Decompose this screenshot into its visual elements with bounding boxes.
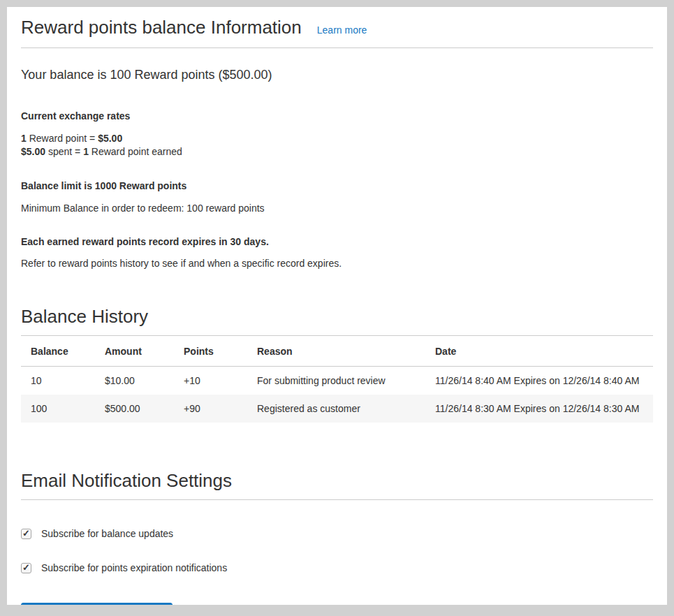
min-balance-text: Minimum Balance in order to redeem: 100 … (21, 203, 653, 214)
balance-updates-label[interactable]: Subscribe for balance updates (41, 528, 173, 539)
expiry-text: Each earned reward points record expires… (21, 236, 653, 247)
email-notification-divider (21, 499, 653, 500)
rate-points-value: 1 (83, 146, 89, 157)
points-expiration-option: Subscribe for points expiration notifica… (21, 562, 653, 573)
header-divider (21, 47, 653, 48)
rate-middle-text: spent = (45, 146, 83, 157)
exchange-rates: 1 Reward point = $5.00 $5.00 spent = 1 R… (21, 132, 653, 159)
balance-updates-checkbox[interactable] (21, 529, 31, 539)
rate-amount-value: $5.00 (98, 133, 122, 144)
cell-points: +10 (174, 367, 247, 395)
column-header-date: Date (425, 336, 653, 367)
balance-history-heading: Balance History (21, 306, 653, 328)
rate-middle-text: Reward point = (27, 133, 98, 144)
email-notification-heading: Email Notification Settings (21, 470, 653, 492)
rate-currency-to-point: $5.00 spent = 1 Reward point earned (21, 145, 653, 159)
expiry-note: Refer to reward points history to see if… (21, 258, 653, 269)
cell-amount: $10.00 (95, 367, 174, 395)
cell-points: +90 (174, 395, 247, 423)
column-header-reason: Reason (247, 336, 425, 367)
rate-point-to-currency: 1 Reward point = $5.00 (21, 132, 653, 145)
rate-amount-value: $5.00 (21, 146, 45, 157)
balance-summary: Your balance is 100 Reward points ($500.… (21, 68, 653, 82)
column-header-balance: Balance (21, 336, 95, 367)
cell-balance: 100 (21, 395, 95, 423)
cell-reason: For submitting product review (247, 367, 425, 395)
balance-updates-option: Subscribe for balance updates (21, 528, 653, 539)
rate-tail-text: Reward point earned (89, 146, 182, 157)
balance-history-section: Balance History Balance Amount Points Re… (21, 306, 653, 423)
balance-limit-text: Balance limit is 1000 Reward points (21, 180, 653, 191)
table-row: 100 $500.00 +90 Registered as customer 1… (21, 395, 653, 423)
rate-points-value: 1 (21, 133, 27, 144)
cell-amount: $500.00 (95, 395, 174, 423)
exchange-rates-heading: Current exchange rates (21, 110, 653, 122)
cell-date: 11/26/14 8:30 AM Expires on 12/26/14 8:3… (425, 395, 653, 423)
page-header: Reward points balance Information Learn … (21, 17, 653, 38)
save-subscription-settings-button[interactable]: Save Subscription Settings (21, 603, 173, 605)
cell-balance: 10 (21, 367, 95, 395)
table-row: 10 $10.00 +10 For submitting product rev… (21, 367, 653, 395)
points-expiration-label[interactable]: Subscribe for points expiration notifica… (41, 562, 227, 573)
cell-date: 11/26/14 8:40 AM Expires on 12/26/14 8:4… (425, 367, 653, 395)
column-header-amount: Amount (95, 336, 174, 367)
page-title: Reward points balance Information (21, 17, 302, 38)
table-header-row: Balance Amount Points Reason Date (21, 336, 653, 367)
column-header-points: Points (174, 336, 247, 367)
cell-reason: Registered as customer (247, 395, 425, 423)
points-expiration-checkbox[interactable] (21, 563, 31, 573)
learn-more-link[interactable]: Learn more (317, 24, 367, 36)
email-notification-section: Email Notification Settings Subscribe fo… (21, 470, 653, 605)
reward-points-panel: Reward points balance Information Learn … (7, 7, 667, 605)
balance-history-table: Balance Amount Points Reason Date 10 $10… (21, 336, 653, 423)
